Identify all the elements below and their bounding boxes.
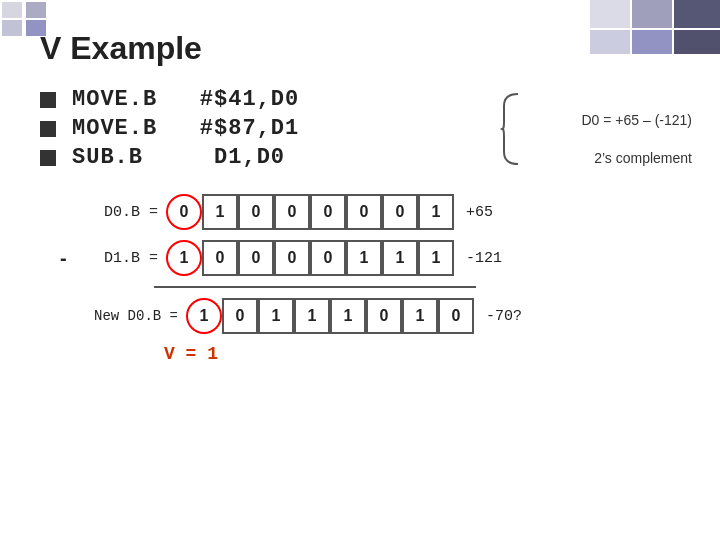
new-d0-bit-6: 1 [402, 298, 438, 334]
new-d0-label: New D0.B = [78, 308, 178, 324]
d0-bit-1: 1 [202, 194, 238, 230]
svg-rect-2 [674, 0, 720, 28]
svg-rect-5 [674, 30, 720, 54]
code-text-1: MOVE.B #$41,D0 [72, 87, 332, 112]
d1-bit-3: 0 [274, 240, 310, 276]
new-d0-bit-0: 1 [186, 298, 222, 334]
new-d0-bit-7: 0 [438, 298, 474, 334]
new-d0-row: New D0.B = 1 0 1 1 1 0 1 0 -70? [60, 298, 720, 334]
new-d0-bit-5: 0 [366, 298, 402, 334]
complement-annotation: 2’s complement [594, 150, 692, 166]
d0-bit-5: 0 [346, 194, 382, 230]
d0-label: D0.B = [78, 204, 158, 221]
d1-bit-5: 1 [346, 240, 382, 276]
svg-rect-0 [590, 0, 630, 28]
d1-prefix: - [60, 247, 74, 270]
corner-decoration [590, 0, 720, 55]
d1-bit-7: 1 [418, 240, 454, 276]
svg-rect-4 [632, 30, 672, 54]
d0-prefix [60, 201, 74, 224]
v-result: V = 1 [164, 344, 720, 364]
new-d0-bit-2: 1 [258, 298, 294, 334]
d0-bit-4: 0 [310, 194, 346, 230]
svg-rect-8 [2, 20, 22, 36]
divider [154, 286, 476, 288]
svg-rect-9 [26, 20, 46, 36]
brace-svg [500, 92, 522, 166]
d0-result: +65 [466, 204, 493, 221]
new-d0-result: -70? [486, 308, 522, 325]
d1-bit-0: 1 [166, 240, 202, 276]
svg-rect-1 [632, 0, 672, 28]
new-d0-bit-1: 0 [222, 298, 258, 334]
top-left-decoration [0, 0, 52, 38]
code-text-2: MOVE.B #$87,D1 [72, 116, 332, 141]
d1-bit-1: 0 [202, 240, 238, 276]
svg-rect-3 [590, 30, 630, 54]
bullet-3 [40, 150, 56, 166]
d0-bit-2: 0 [238, 194, 274, 230]
d1-result: -121 [466, 250, 502, 267]
d0-row: D0.B = 0 1 0 0 0 0 0 1 +65 [60, 194, 720, 230]
bit-table: D0.B = 0 1 0 0 0 0 0 1 +65 - D1.B = 1 0 … [60, 194, 720, 334]
code-text-3: SUB.B D1,D0 [72, 145, 332, 170]
d1-row: - D1.B = 1 0 0 0 0 1 1 1 -121 [60, 240, 720, 276]
d0-bit-6: 0 [382, 194, 418, 230]
d0-bit-0: 0 [166, 194, 202, 230]
d1-bit-2: 0 [238, 240, 274, 276]
d0-bit-7: 1 [418, 194, 454, 230]
svg-rect-7 [26, 2, 46, 18]
svg-rect-6 [2, 2, 22, 18]
d1-label: D1.B = [78, 250, 158, 267]
d0-annotation: D0 = +65 – (-121) [581, 112, 692, 128]
code-line-1: MOVE.B #$41,D0 [40, 87, 720, 112]
new-d0-bit-4: 1 [330, 298, 366, 334]
d1-bit-4: 0 [310, 240, 346, 276]
new-d0-bit-3: 1 [294, 298, 330, 334]
bullet-1 [40, 92, 56, 108]
new-d0-prefix [60, 305, 74, 328]
bullet-2 [40, 121, 56, 137]
d0-bit-3: 0 [274, 194, 310, 230]
d1-bit-6: 1 [382, 240, 418, 276]
